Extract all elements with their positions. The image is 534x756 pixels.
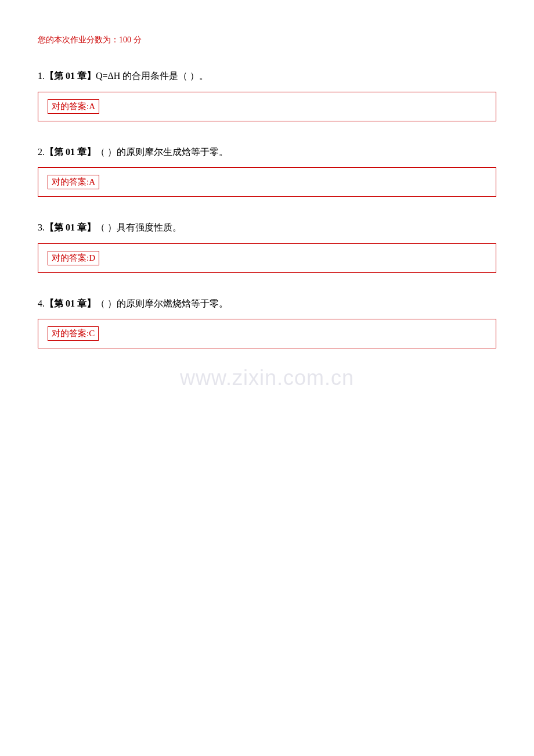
score-display: 您的本次作业分数为：100 分 bbox=[38, 35, 496, 45]
question-block-4: 4.【第 01 章】（ ）的原则摩尔燃烧焓等于零。对的答案:C bbox=[38, 296, 496, 349]
question-text-4: 4.【第 01 章】（ ）的原则摩尔燃烧焓等于零。 bbox=[38, 296, 496, 311]
question-text-3: 3.【第 01 章】（ ）具有强度性质。 bbox=[38, 220, 496, 235]
watermark: www.zixin.com.cn bbox=[180, 366, 354, 390]
answer-label-4: 对的答案:C bbox=[48, 326, 99, 341]
question-text-1: 1.【第 01 章】Q=ΔH 的合用条件是（ ）。 bbox=[38, 69, 496, 84]
question-text-2: 2.【第 01 章】（ ）的原则摩尔生成焓等于零。 bbox=[38, 145, 496, 160]
answer-box-2: 对的答案:A bbox=[38, 167, 496, 197]
question-block-3: 3.【第 01 章】（ ）具有强度性质。对的答案:D bbox=[38, 220, 496, 273]
answer-label-1: 对的答案:A bbox=[48, 99, 99, 114]
answer-box-1: 对的答案:A bbox=[38, 92, 496, 121]
answer-box-4: 对的答案:C bbox=[38, 319, 496, 348]
answer-label-3: 对的答案:D bbox=[48, 251, 99, 265]
question-block-1: 1.【第 01 章】Q=ΔH 的合用条件是（ ）。对的答案:A bbox=[38, 69, 496, 121]
question-block-2: 2.【第 01 章】（ ）的原则摩尔生成焓等于零。对的答案:A bbox=[38, 145, 496, 197]
answer-box-3: 对的答案:D bbox=[38, 243, 496, 273]
answer-label-2: 对的答案:A bbox=[48, 175, 99, 189]
